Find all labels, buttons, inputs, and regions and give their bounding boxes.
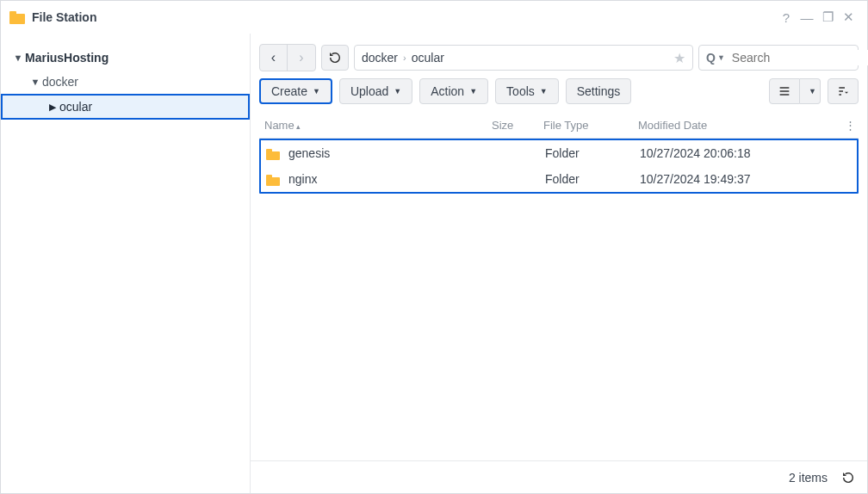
- file-type: Folder: [545, 146, 640, 160]
- table-header: Name▴ Size File Type Modified Date ⋮: [259, 113, 859, 139]
- back-button[interactable]: ‹: [260, 45, 288, 71]
- item-count: 2 items: [789, 471, 828, 485]
- chevron-down-icon: ▼: [809, 87, 816, 96]
- status-reload-button[interactable]: [841, 471, 855, 485]
- path-bar: ‹ › docker › ocular ★ Q ▼: [251, 44, 867, 78]
- view-mode-group: ▼: [769, 78, 821, 104]
- file-type: Folder: [545, 172, 640, 186]
- search-input[interactable]: [730, 50, 868, 65]
- app-folder-icon: [9, 11, 25, 24]
- tree-root-label: MariusHosting: [25, 51, 108, 65]
- toolbar: Create▼ Upload▼ Action▼ Tools▼ Settings …: [251, 78, 867, 113]
- view-list-button[interactable]: [769, 78, 800, 104]
- chevron-down-icon: ▼: [13, 52, 23, 63]
- tree-item-label: docker: [42, 75, 78, 89]
- tree-root[interactable]: ▼ MariusHosting: [1, 46, 250, 70]
- action-button[interactable]: Action▼: [419, 78, 488, 104]
- tree-item-ocular[interactable]: ▶ ocular: [1, 94, 250, 120]
- search-box[interactable]: Q ▼: [698, 45, 859, 71]
- table-row[interactable]: genesis Folder 10/27/2024 20:06:18: [261, 140, 857, 166]
- file-station-window: File Station ? — ❐ ✕ ▼ MariusHosting ▼ d…: [0, 0, 868, 494]
- content-pane: ‹ › docker › ocular ★ Q ▼: [251, 34, 867, 493]
- file-name: genesis: [288, 146, 330, 160]
- chevron-down-icon: ▼: [394, 87, 401, 96]
- col-header-size[interactable]: Size: [492, 119, 543, 132]
- file-table: Name▴ Size File Type Modified Date ⋮ gen…: [251, 113, 867, 460]
- chevron-down-icon[interactable]: ▼: [717, 53, 725, 62]
- chevron-down-icon: ▼: [540, 87, 548, 96]
- file-name: nginx: [288, 172, 317, 186]
- chevron-right-icon: ›: [299, 50, 303, 65]
- app-title: File Station: [32, 10, 96, 24]
- file-date: 10/27/2024 20:06:18: [640, 146, 840, 160]
- chevron-down-icon: ▼: [313, 87, 320, 96]
- col-header-date[interactable]: Modified Date: [638, 119, 841, 132]
- chevron-down-icon: ▼: [469, 87, 477, 96]
- file-date: 10/27/2024 19:49:37: [640, 172, 840, 186]
- reload-icon: [328, 51, 342, 65]
- nav-buttons: ‹ ›: [259, 44, 316, 71]
- table-body: genesis Folder 10/27/2024 20:06:18 nginx…: [259, 139, 859, 194]
- upload-button[interactable]: Upload▼: [339, 78, 412, 104]
- breadcrumb[interactable]: docker › ocular ★: [354, 45, 693, 71]
- reload-icon: [841, 471, 855, 485]
- folder-icon: [266, 149, 280, 160]
- help-button[interactable]: ?: [776, 10, 797, 25]
- settings-button[interactable]: Settings: [566, 78, 632, 104]
- status-bar: 2 items: [251, 460, 867, 493]
- create-button[interactable]: Create▼: [259, 78, 332, 104]
- sort-asc-icon: ▴: [296, 122, 301, 131]
- chevron-down-icon: ▼: [30, 77, 40, 87]
- maximize-button[interactable]: ❐: [817, 9, 838, 25]
- col-header-more[interactable]: ⋮: [841, 119, 859, 132]
- folder-icon: [266, 175, 280, 186]
- col-header-name[interactable]: Name▴: [259, 119, 492, 132]
- tree-item-docker[interactable]: ▼ docker: [1, 70, 250, 94]
- sort-icon: [836, 84, 850, 98]
- forward-button[interactable]: ›: [288, 45, 315, 71]
- view-dropdown-button[interactable]: ▼: [800, 78, 821, 104]
- tools-button[interactable]: Tools▼: [495, 78, 559, 104]
- reload-button[interactable]: [321, 45, 349, 71]
- sort-button[interactable]: [828, 78, 859, 104]
- tree-item-label: ocular: [59, 100, 92, 114]
- close-button[interactable]: ✕: [838, 9, 859, 25]
- col-header-type[interactable]: File Type: [543, 119, 638, 132]
- breadcrumb-seg[interactable]: ocular: [412, 51, 444, 65]
- chevron-right-icon: ▶: [47, 102, 58, 113]
- titlebar: File Station ? — ❐ ✕: [1, 1, 867, 34]
- search-icon: Q: [706, 51, 716, 65]
- table-row[interactable]: nginx Folder 10/27/2024 19:49:37: [261, 166, 857, 192]
- minimize-button[interactable]: —: [797, 10, 817, 25]
- breadcrumb-seg[interactable]: docker: [362, 51, 398, 65]
- list-icon: [778, 84, 791, 98]
- favorite-star-icon[interactable]: ★: [673, 50, 685, 66]
- main-area: ▼ MariusHosting ▼ docker ▶ ocular ‹ ›: [1, 34, 867, 493]
- folder-tree: ▼ MariusHosting ▼ docker ▶ ocular: [1, 34, 251, 493]
- chevron-left-icon: ‹: [271, 50, 276, 65]
- breadcrumb-sep-icon: ›: [403, 52, 406, 63]
